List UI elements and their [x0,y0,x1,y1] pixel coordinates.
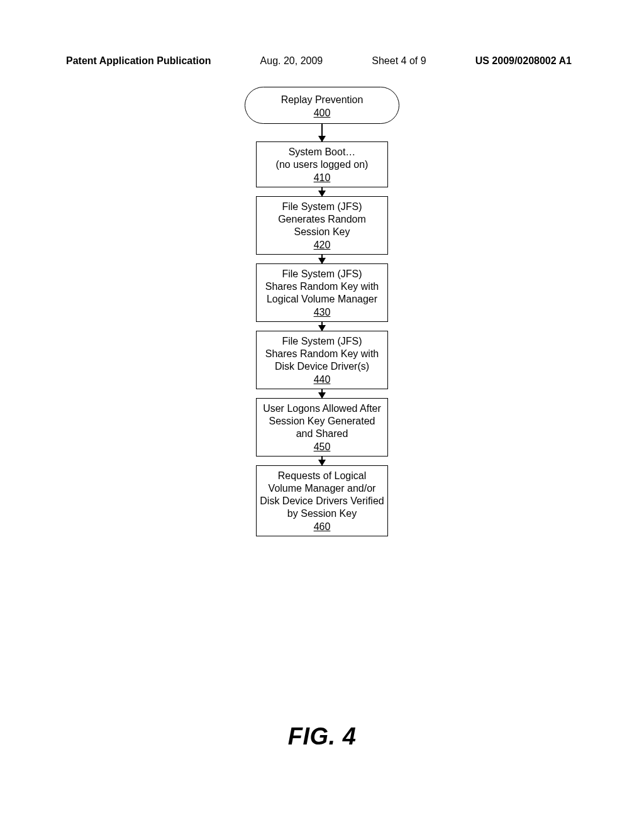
node-text: Shares Random Key with [259,280,385,293]
node-text: System Boot… [259,146,385,158]
flow-node-420: File System (JFS) Generates Random Sessi… [256,196,388,255]
node-text: Session Key [259,226,385,238]
flow-node-450: User Logons Allowed After Session Key Ge… [256,398,388,456]
publication-label: Patent Application Publication [66,55,211,67]
patent-page: Patent Application Publication Aug. 20, … [0,0,644,830]
node-text: Generates Random [259,213,385,226]
sheet-number: Sheet 4 of 9 [372,55,426,67]
flowchart: Replay Prevention 400 System Boot… (no u… [247,87,397,536]
node-text: Session Key Generated [259,415,385,428]
node-ref: 440 [314,374,331,386]
node-text: File System (JFS) [259,268,385,280]
node-text: by Session Key [259,507,385,520]
arrow-icon [321,124,323,141]
node-text: Replay Prevention [249,94,395,106]
node-ref: 400 [314,107,331,119]
node-text: User Logons Allowed After [259,402,385,415]
node-ref: 410 [314,172,331,184]
flow-node-440: File System (JFS) Shares Random Key with… [256,331,388,389]
node-text: Disk Device Drivers Verified [259,495,385,507]
flow-node-430: File System (JFS) Shares Random Key with… [256,263,388,322]
flow-node-460: Requests of Logical Volume Manager and/o… [256,465,388,536]
page-header: Patent Application Publication Aug. 20, … [0,55,644,67]
publication-date: Aug. 20, 2009 [260,55,323,67]
figure-label: FIG. 4 [288,723,357,750]
node-text: and Shared [259,428,385,440]
node-ref: 420 [314,239,331,252]
node-text: (no users logged on) [259,158,385,171]
node-ref: 460 [314,521,331,533]
flow-node-400: Replay Prevention 400 [245,87,399,124]
node-text: Disk Device Driver(s) [259,360,385,373]
node-ref: 430 [314,306,331,319]
arrow-icon [321,322,323,331]
flow-node-410: System Boot… (no users logged on) 410 [256,141,388,187]
document-number: US 2009/0208002 A1 [475,55,572,67]
node-text: Shares Random Key with [259,348,385,360]
arrow-icon [321,389,323,398]
arrow-icon [321,187,323,196]
node-text: Logical Volume Manager [259,293,385,306]
arrow-icon [321,456,323,465]
node-text: File System (JFS) [259,335,385,348]
node-ref: 450 [314,441,331,453]
node-text: Requests of Logical [259,470,385,482]
node-text: File System (JFS) [259,201,385,213]
node-text: Volume Manager and/or [259,482,385,495]
arrow-icon [321,255,323,263]
